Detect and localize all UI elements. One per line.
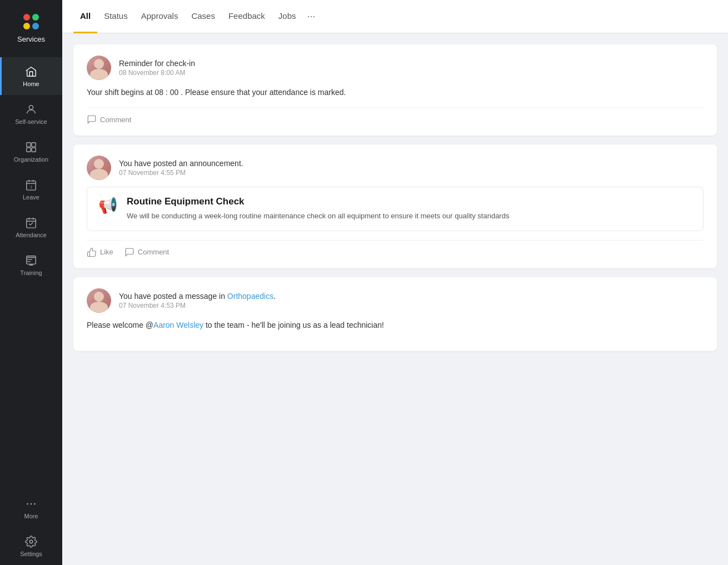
card-header: Reminder for check-in 08 November 8:00 A… <box>87 56 704 80</box>
sidebar-item-settings[interactable]: Settings <box>0 527 62 565</box>
sidebar-training-label: Training <box>20 269 42 276</box>
avatar <box>87 288 111 313</box>
sidebar-nav: Home Self-service Organization 1 Leave <box>0 57 62 565</box>
svg-point-0 <box>29 106 33 109</box>
body-link[interactable]: Aaron Welsley <box>153 321 203 329</box>
like-icon <box>87 247 97 257</box>
card-meta: You have posted an announcement. 07 Nove… <box>119 159 243 177</box>
avatar-image <box>87 288 111 313</box>
avatar <box>87 156 111 180</box>
sidebar-item-training[interactable]: Training <box>0 246 62 284</box>
sidebar-leave-label: Leave <box>23 194 39 201</box>
svg-point-10 <box>31 503 32 505</box>
title-link[interactable]: Orthopaedics <box>227 292 273 301</box>
svg-rect-2 <box>32 143 36 147</box>
more-icon <box>24 497 38 511</box>
comment-icon <box>87 114 97 124</box>
sidebar-logo: Services <box>0 0 62 57</box>
svg-rect-3 <box>27 148 31 152</box>
avatar-image <box>87 56 111 80</box>
tab-all[interactable]: All <box>73 1 97 33</box>
logo-dots <box>23 14 39 29</box>
card-date: 07 November 4:53 PM <box>119 302 276 309</box>
sidebar-self-service-label: Self-service <box>15 118 47 125</box>
avatar <box>87 56 111 80</box>
card-message: You have posted a message in Orthopaedic… <box>73 277 717 351</box>
dot-yellow <box>23 23 30 29</box>
dot-blue <box>32 23 39 29</box>
active-bar <box>0 57 2 95</box>
announcement-inner-card: 📢 Routine Equipment Check We will be con… <box>87 187 704 231</box>
comment-button[interactable]: Comment <box>87 114 131 124</box>
tab-feedback[interactable]: Feedback <box>222 1 272 33</box>
svg-rect-7 <box>27 219 36 228</box>
svg-rect-4 <box>32 148 36 152</box>
dot-red <box>23 14 30 21</box>
card-meta: Reminder for check-in 08 November 8:00 A… <box>119 59 195 77</box>
tab-cases[interactable]: Cases <box>185 1 222 33</box>
card-title: You have posted an announcement. <box>119 159 243 168</box>
sidebar-home-label: Home <box>23 81 39 87</box>
svg-point-9 <box>27 503 28 505</box>
sidebar-item-more[interactable]: More <box>0 489 62 527</box>
tab-approvals[interactable]: Approvals <box>134 1 185 33</box>
tab-jobs[interactable]: Jobs <box>272 1 303 33</box>
announcement-body: We will be conducting a week-long routin… <box>127 211 509 222</box>
self-service-icon <box>24 103 38 116</box>
sidebar-item-attendance[interactable]: Attendance <box>0 208 62 246</box>
card-reminder: Reminder for check-in 08 November 8:00 A… <box>73 44 717 136</box>
card-header: You have posted a message in Orthopaedic… <box>87 288 704 313</box>
sidebar-item-home[interactable]: Home <box>0 57 62 95</box>
svg-point-11 <box>34 503 36 505</box>
sidebar-item-self-service[interactable]: Self-service <box>0 95 62 133</box>
sidebar-attendance-label: Attendance <box>16 232 47 238</box>
card-title: Reminder for check-in <box>119 59 195 68</box>
sidebar-settings-label: Settings <box>20 551 42 557</box>
card-actions: Like Comment <box>87 240 704 257</box>
organization-icon <box>24 141 38 154</box>
settings-icon <box>24 535 38 548</box>
card-body: Your shift begins at 08 : 00 . Please en… <box>87 87 704 98</box>
announcement-title: Routine Equipment Check <box>127 196 509 207</box>
leave-icon: 1 <box>24 178 38 192</box>
megaphone-icon: 📢 <box>98 196 118 214</box>
sidebar-item-leave[interactable]: 1 Leave <box>0 171 62 208</box>
card-announcement: You have posted an announcement. 07 Nove… <box>73 144 717 268</box>
comment-label: Comment <box>138 248 169 256</box>
sidebar-organization-label: Organization <box>14 156 48 163</box>
body-suffix: to the team - he'll be joining us as a l… <box>203 321 384 329</box>
like-label: Like <box>100 248 113 256</box>
training-icon <box>24 254 38 267</box>
svg-point-12 <box>29 540 33 543</box>
card-date: 08 November 8:00 AM <box>119 69 195 77</box>
sidebar-brand-label: Services <box>17 35 45 43</box>
title-prefix: You have posted a message in <box>119 292 227 301</box>
attendance-icon <box>24 216 38 229</box>
home-icon <box>24 65 38 78</box>
announcement-content: Routine Equipment Check We will be condu… <box>127 196 509 222</box>
tab-more-button[interactable]: ··· <box>303 0 320 33</box>
card-title: You have posted a message in Orthopaedic… <box>119 292 276 301</box>
card-meta: You have posted a message in Orthopaedic… <box>119 292 276 309</box>
sidebar: Services Home Self-service Organization <box>0 0 62 565</box>
body-prefix: Please welcome @ <box>87 321 153 329</box>
sidebar-more-label: More <box>24 513 38 519</box>
like-button[interactable]: Like <box>87 247 113 257</box>
svg-rect-1 <box>27 143 31 147</box>
card-header: You have posted an announcement. 07 Nove… <box>87 156 704 180</box>
title-suffix: . <box>273 292 276 301</box>
avatar-image <box>87 156 111 180</box>
main-content: All Status Approvals Cases Feedback Jobs… <box>62 0 728 565</box>
comment-icon <box>124 247 134 257</box>
tabs-bar: All Status Approvals Cases Feedback Jobs… <box>62 0 728 33</box>
tab-status[interactable]: Status <box>97 1 134 33</box>
feed: Reminder for check-in 08 November 8:00 A… <box>62 33 728 565</box>
card-body: Please welcome @Aaron Welsley to the tea… <box>87 319 704 331</box>
sidebar-item-organization[interactable]: Organization <box>0 133 62 171</box>
comment-button[interactable]: Comment <box>124 247 169 257</box>
svg-text:1: 1 <box>30 185 32 189</box>
comment-label: Comment <box>100 116 131 124</box>
dot-green <box>32 14 39 21</box>
card-date: 07 November 4:55 PM <box>119 169 243 177</box>
card-actions: Comment <box>87 107 704 124</box>
